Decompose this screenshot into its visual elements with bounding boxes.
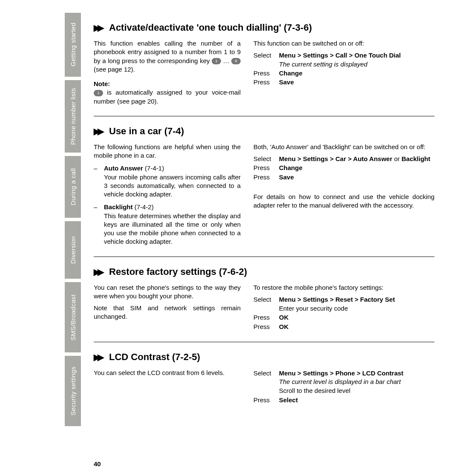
paragraph: Note that SIM and network settings remai… xyxy=(94,304,241,321)
paragraph: This function can be switched on or off: xyxy=(253,39,434,48)
note-label: Note: xyxy=(94,80,241,88)
heading-text: Use in a car (7-4) xyxy=(109,126,184,137)
fast-forward-icon: ▶▶ xyxy=(94,267,104,277)
paragraph: This function enables calling the number… xyxy=(94,39,241,74)
fast-forward-icon: ▶▶ xyxy=(94,352,104,362)
step-row: Press Save xyxy=(253,78,434,87)
paragraph: For details on how to connect and use th… xyxy=(253,193,434,210)
key-1-icon: 1 xyxy=(94,90,103,96)
key-1-icon: 1 xyxy=(212,58,221,64)
divider xyxy=(94,342,434,342)
step-row: Press OK xyxy=(253,323,434,331)
heading-text: Activate/deactivate 'one touch dialling'… xyxy=(109,22,312,33)
step-row: Press Change xyxy=(253,69,434,78)
key-9-icon: 9 xyxy=(231,58,241,64)
sidebar: Getting started Phone number lists Durin… xyxy=(0,0,81,476)
section-title-one-touch: ▶▶ Activate/deactivate 'one touch dialli… xyxy=(94,22,434,33)
paragraph: Both, 'Auto Answer' and 'Backlight' can … xyxy=(253,143,434,151)
step-row: Select Menu > Settings > Call > One Touc… xyxy=(253,51,434,69)
paragraph: You can reset the phone's settings to th… xyxy=(94,283,241,301)
fast-forward-icon: ▶▶ xyxy=(94,23,104,33)
note-text: 1 is automatically assigned to your voic… xyxy=(94,88,241,106)
heading-text: LCD Contrast (7-2-5) xyxy=(109,352,200,363)
step-row: Enter your security code xyxy=(253,304,434,313)
paragraph: You can select the LCD contrast from 6 l… xyxy=(94,369,241,377)
list-item: – Auto Answer (7-4-1) Your mobile phone … xyxy=(94,164,241,199)
step-row: Press Save xyxy=(253,173,434,182)
fast-forward-icon: ▶▶ xyxy=(94,126,104,136)
paragraph: The following functions are helpful when… xyxy=(94,143,241,160)
step-row: Scroll to the desired level xyxy=(253,387,434,395)
step-row: Select Menu > Settings > Phone > LCD Con… xyxy=(253,369,434,387)
page-number: 40 xyxy=(94,460,101,467)
tab-during-a-call[interactable]: During a call xyxy=(65,156,81,218)
step-row: Press OK xyxy=(253,313,434,322)
divider xyxy=(94,116,434,116)
tab-diversion[interactable]: Diversion xyxy=(65,221,81,279)
tab-getting-started[interactable]: Getting started xyxy=(65,13,81,77)
tab-sms-broadcast[interactable]: SMS/Broadcast xyxy=(65,282,81,352)
step-row: Press Change xyxy=(253,164,434,172)
list-item: – Backlight (7-4-2) This feature determi… xyxy=(94,203,241,246)
step-row: Select Menu > Settings > Reset > Factory… xyxy=(253,295,434,304)
tab-phone-number-lists[interactable]: Phone number lists xyxy=(65,80,81,153)
section-title-use-car: ▶▶ Use in a car (7-4) xyxy=(94,126,434,137)
section-title-restore: ▶▶ Restore factory settings (7-6-2) xyxy=(94,266,434,277)
divider xyxy=(94,257,434,257)
heading-text: Restore factory settings (7-6-2) xyxy=(109,266,247,277)
paragraph: To restore the mobile phone's factory se… xyxy=(253,283,434,292)
step-row: Press Select xyxy=(253,396,434,404)
section-title-lcd: ▶▶ LCD Contrast (7-2-5) xyxy=(94,352,434,363)
tab-security-settings[interactable]: Security settings xyxy=(65,356,81,426)
page-content: ▶▶ Activate/deactivate 'one touch dialli… xyxy=(81,0,460,476)
step-row: Select Menu > Settings > Car > Auto Answ… xyxy=(253,155,434,163)
